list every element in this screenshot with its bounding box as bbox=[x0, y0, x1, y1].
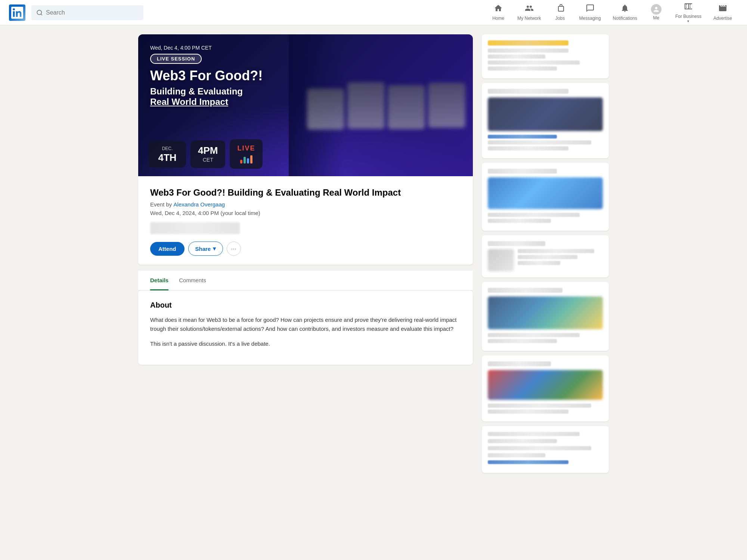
sidebar-card7-text3 bbox=[488, 446, 591, 450]
live-label: LIVE bbox=[237, 144, 255, 152]
nav-item-home[interactable]: Home bbox=[485, 1, 511, 25]
sidebar-card6-image bbox=[488, 370, 603, 400]
sidebar-text-2 bbox=[488, 55, 545, 59]
sidebar-card-1[interactable] bbox=[482, 34, 609, 78]
my-network-icon bbox=[525, 4, 534, 15]
sidebar-card-6[interactable] bbox=[482, 355, 609, 421]
sidebar-card2-link bbox=[488, 135, 557, 139]
organizer-link[interactable]: Alexandra Overgaag bbox=[174, 201, 225, 208]
sidebar-card6-text2 bbox=[488, 410, 568, 414]
page-body: Wed, Dec 4, 4:00 PM CET LIVE SESSION Web… bbox=[131, 25, 616, 482]
sidebar-card-7 bbox=[482, 426, 609, 473]
banner-title-line3: Real World Impact bbox=[150, 97, 461, 107]
jobs-icon bbox=[556, 4, 565, 15]
sidebar-card7-text2 bbox=[488, 439, 557, 443]
main-content: Wed, Dec 4, 4:00 PM CET LIVE SESSION Web… bbox=[138, 34, 473, 473]
banner-timezone: CET bbox=[198, 157, 218, 163]
nav-item-advertise[interactable]: Advertise bbox=[707, 1, 738, 25]
messaging-icon bbox=[586, 4, 595, 15]
search-icon bbox=[36, 9, 43, 16]
sidebar-card3-text2 bbox=[488, 219, 551, 223]
more-options-button[interactable]: ··· bbox=[227, 242, 241, 256]
share-button[interactable]: Share ▾ bbox=[188, 242, 223, 256]
svg-point-0 bbox=[37, 10, 41, 15]
main-nav: Home My Network Jobs Messa bbox=[485, 0, 738, 26]
search-input[interactable] bbox=[46, 9, 139, 16]
sidebar-card6-title bbox=[488, 361, 551, 366]
attend-button[interactable]: Attend bbox=[150, 242, 185, 256]
sidebar-card4-text3 bbox=[518, 261, 560, 265]
sidebar-card4-thumbnail bbox=[488, 249, 514, 271]
jobs-label: Jobs bbox=[555, 16, 565, 21]
sidebar-card-4[interactable] bbox=[482, 235, 609, 277]
home-label: Home bbox=[492, 16, 504, 21]
live-bar-2 bbox=[244, 157, 246, 164]
nav-item-for-business[interactable]: For Business ▾ bbox=[669, 0, 707, 26]
tab-comments[interactable]: Comments bbox=[179, 271, 206, 290]
notifications-icon bbox=[620, 4, 629, 15]
sidebar-card-2[interactable] bbox=[482, 83, 609, 158]
sidebar-card4-title bbox=[488, 241, 545, 246]
event-banner: Wed, Dec 4, 4:00 PM CET LIVE SESSION Web… bbox=[138, 34, 473, 176]
nav-item-messaging[interactable]: Messaging bbox=[573, 1, 607, 25]
home-icon bbox=[494, 4, 503, 15]
linkedin-logo bbox=[9, 4, 25, 21]
search-bar[interactable] bbox=[31, 5, 143, 20]
event-card: Web3 For Good?! Building & Evaluating Re… bbox=[138, 176, 473, 265]
sidebar-text-1 bbox=[488, 49, 568, 53]
tabs-bar: Details Comments bbox=[138, 271, 473, 290]
about-section: About What does it mean for Web3 to be a… bbox=[138, 290, 473, 365]
share-dropdown-icon: ▾ bbox=[213, 245, 216, 252]
logo-area[interactable] bbox=[9, 4, 25, 21]
nav-item-jobs[interactable]: Jobs bbox=[547, 1, 573, 25]
event-attendees-blurred bbox=[150, 222, 240, 234]
sidebar-text-3 bbox=[488, 60, 580, 65]
sidebar-card2-text2 bbox=[488, 146, 568, 150]
about-paragraph-1: What does it mean for Web3 to be a force… bbox=[150, 315, 461, 333]
event-date-time: Wed, Dec 4, 2024, 4:00 PM (your local ti… bbox=[150, 210, 461, 216]
banner-text-content: Wed, Dec 4, 4:00 PM CET LIVE SESSION Web… bbox=[138, 34, 473, 176]
sidebar-card3-title bbox=[488, 169, 557, 174]
nav-item-notifications[interactable]: Notifications bbox=[607, 1, 643, 25]
about-heading: About bbox=[150, 301, 461, 309]
sidebar-card2-image bbox=[488, 97, 603, 131]
banner-live-box: LIVE bbox=[230, 139, 263, 169]
banner-time: 4PM bbox=[198, 146, 218, 155]
sidebar-card5-title bbox=[488, 288, 562, 293]
sidebar-card7-text1 bbox=[488, 432, 580, 436]
banner-day: 4TH bbox=[156, 153, 179, 162]
tab-details[interactable]: Details bbox=[150, 271, 168, 290]
advertise-label: Advertise bbox=[713, 16, 732, 21]
sidebar-card-3[interactable] bbox=[482, 163, 609, 231]
sidebar-card5-image bbox=[488, 296, 603, 329]
event-actions: Attend Share ▾ ··· bbox=[150, 242, 461, 256]
sidebar-card6-text1 bbox=[488, 404, 591, 408]
banner-bottom: DEC. 4TH 4PM CET LIVE bbox=[149, 139, 263, 169]
banner-date-text: Wed, Dec 4, 4:00 PM CET bbox=[150, 45, 461, 51]
live-bar-1 bbox=[240, 160, 242, 164]
me-label: Me bbox=[653, 15, 660, 21]
sidebar-card7-text4 bbox=[488, 453, 545, 457]
live-bar-3 bbox=[247, 158, 249, 164]
sidebar-card7-link[interactable] bbox=[488, 460, 568, 464]
sidebar-card2-text1 bbox=[488, 140, 591, 144]
sidebar-text-4 bbox=[488, 66, 557, 71]
banner-date-box: DEC. 4TH bbox=[149, 141, 186, 168]
sidebar-card4-text2 bbox=[518, 255, 577, 259]
sidebar-card4-text1 bbox=[518, 249, 594, 253]
nav-item-my-network[interactable]: My Network bbox=[511, 1, 547, 25]
banner-month: DEC. bbox=[156, 146, 179, 151]
header: Home My Network Jobs Messa bbox=[0, 0, 747, 25]
live-bar-4 bbox=[250, 155, 252, 164]
event-title: Web3 For Good?! Building & Evaluating Re… bbox=[150, 187, 461, 198]
live-session-badge: LIVE SESSION bbox=[150, 54, 202, 64]
sidebar-card5-text1 bbox=[488, 333, 580, 337]
for-business-label: For Business bbox=[675, 14, 701, 19]
sidebar-card3-text1 bbox=[488, 213, 580, 217]
event-by: Event by Alexandra Overgaag bbox=[150, 201, 461, 208]
sidebar-ad-line-1 bbox=[488, 40, 568, 46]
sidebar bbox=[482, 34, 609, 473]
nav-item-me[interactable]: Me bbox=[643, 1, 669, 24]
about-paragraph-2: This isn't a passive discussion. It's a … bbox=[150, 339, 461, 348]
sidebar-card-5[interactable] bbox=[482, 282, 609, 351]
